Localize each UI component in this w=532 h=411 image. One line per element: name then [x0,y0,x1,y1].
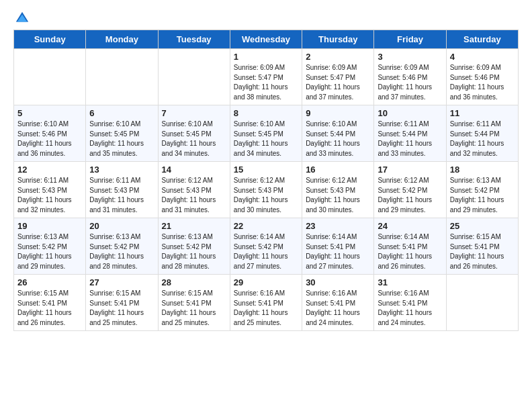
day-number: 15 [234,165,298,175]
day-number: 7 [162,108,226,118]
calendar-cell: 11Sunrise: 6:11 AMSunset: 5:44 PMDayligh… [446,105,518,162]
calendar-cell: 14Sunrise: 6:12 AMSunset: 5:43 PMDayligh… [158,162,230,218]
calendar-cell: 1Sunrise: 6:09 AMSunset: 5:47 PMDaylight… [230,49,302,105]
day-number: 14 [162,165,226,175]
calendar-cell: 22Sunrise: 6:14 AMSunset: 5:42 PMDayligh… [230,218,302,275]
calendar-cell: 16Sunrise: 6:12 AMSunset: 5:43 PMDayligh… [302,162,374,218]
day-number: 22 [234,221,298,231]
calendar-cell: 4Sunrise: 6:09 AMSunset: 5:46 PMDaylight… [446,49,518,105]
calendar-cell: 3Sunrise: 6:09 AMSunset: 5:46 PMDaylight… [374,49,446,105]
day-info: Sunrise: 6:13 AMSunset: 5:42 PMDaylight:… [450,176,515,215]
day-info: Sunrise: 6:16 AMSunset: 5:41 PMDaylight:… [234,289,298,328]
calendar-cell: 21Sunrise: 6:13 AMSunset: 5:42 PMDayligh… [158,218,230,275]
day-number: 27 [89,277,154,287]
day-number: 10 [378,108,442,118]
day-info: Sunrise: 6:11 AMSunset: 5:44 PMDaylight:… [378,120,442,158]
logo [13,11,30,23]
day-info: Sunrise: 6:09 AMSunset: 5:46 PMDaylight:… [378,63,442,102]
day-number: 13 [89,165,154,175]
calendar-cell: 5Sunrise: 6:10 AMSunset: 5:46 PMDaylight… [14,105,86,162]
day-number: 18 [450,165,515,175]
day-info: Sunrise: 6:14 AMSunset: 5:41 PMDaylight:… [306,232,370,271]
day-info: Sunrise: 6:12 AMSunset: 5:43 PMDaylight:… [162,176,226,215]
calendar-cell: 15Sunrise: 6:12 AMSunset: 5:43 PMDayligh… [230,162,302,218]
logo-icon [15,11,30,26]
day-info: Sunrise: 6:10 AMSunset: 5:46 PMDaylight:… [17,120,82,158]
calendar-cell [158,49,230,105]
calendar-cell: 24Sunrise: 6:14 AMSunset: 5:41 PMDayligh… [374,218,446,275]
calendar-week-row: 26Sunrise: 6:15 AMSunset: 5:41 PMDayligh… [14,275,519,331]
day-info: Sunrise: 6:11 AMSunset: 5:43 PMDaylight:… [89,176,154,215]
calendar-cell: 25Sunrise: 6:15 AMSunset: 5:41 PMDayligh… [446,218,518,275]
day-info: Sunrise: 6:12 AMSunset: 5:43 PMDaylight:… [306,176,370,215]
calendar-day-header: Monday [86,30,158,49]
day-info: Sunrise: 6:10 AMSunset: 5:44 PMDaylight:… [306,120,370,158]
day-number: 31 [378,277,442,287]
day-number: 3 [378,52,442,62]
day-info: Sunrise: 6:10 AMSunset: 5:45 PMDaylight:… [234,120,298,158]
calendar-day-header: Sunday [14,30,86,49]
day-number: 30 [306,277,370,287]
calendar-cell [14,49,86,105]
calendar-day-header: Tuesday [158,30,230,49]
calendar-cell: 17Sunrise: 6:12 AMSunset: 5:42 PMDayligh… [374,162,446,218]
calendar-cell: 30Sunrise: 6:16 AMSunset: 5:41 PMDayligh… [302,275,374,331]
calendar-day-header: Saturday [446,30,518,49]
calendar-day-header: Friday [374,30,446,49]
calendar-cell: 10Sunrise: 6:11 AMSunset: 5:44 PMDayligh… [374,105,446,162]
day-number: 2 [306,52,370,62]
calendar-cell: 6Sunrise: 6:10 AMSunset: 5:45 PMDaylight… [86,105,158,162]
day-info: Sunrise: 6:10 AMSunset: 5:45 PMDaylight:… [162,120,226,158]
calendar-day-header: Thursday [302,30,374,49]
calendar-week-row: 19Sunrise: 6:13 AMSunset: 5:42 PMDayligh… [14,218,519,275]
day-number: 8 [234,108,298,118]
calendar-week-row: 5Sunrise: 6:10 AMSunset: 5:46 PMDaylight… [14,105,519,162]
calendar-day-header: Wednesday [230,30,302,49]
day-info: Sunrise: 6:13 AMSunset: 5:42 PMDaylight:… [162,232,226,271]
day-info: Sunrise: 6:13 AMSunset: 5:42 PMDaylight:… [89,232,154,271]
day-number: 16 [306,165,370,175]
calendar-cell: 2Sunrise: 6:09 AMSunset: 5:47 PMDaylight… [302,49,374,105]
day-info: Sunrise: 6:13 AMSunset: 5:42 PMDaylight:… [17,232,82,271]
header [13,11,519,23]
calendar-cell [446,275,518,331]
day-info: Sunrise: 6:12 AMSunset: 5:42 PMDaylight:… [378,176,442,215]
day-info: Sunrise: 6:09 AMSunset: 5:47 PMDaylight:… [234,63,298,102]
calendar-cell: 19Sunrise: 6:13 AMSunset: 5:42 PMDayligh… [14,218,86,275]
day-number: 6 [89,108,154,118]
day-number: 17 [378,165,442,175]
calendar-cell: 26Sunrise: 6:15 AMSunset: 5:41 PMDayligh… [14,275,86,331]
day-info: Sunrise: 6:11 AMSunset: 5:44 PMDaylight:… [450,120,515,158]
day-number: 25 [450,221,515,231]
day-info: Sunrise: 6:15 AMSunset: 5:41 PMDaylight:… [162,289,226,328]
calendar-cell: 18Sunrise: 6:13 AMSunset: 5:42 PMDayligh… [446,162,518,218]
day-number: 21 [162,221,226,231]
day-info: Sunrise: 6:15 AMSunset: 5:41 PMDaylight:… [17,289,82,328]
day-number: 26 [17,277,82,287]
calendar-cell: 7Sunrise: 6:10 AMSunset: 5:45 PMDaylight… [158,105,230,162]
calendar-week-row: 12Sunrise: 6:11 AMSunset: 5:43 PMDayligh… [14,162,519,218]
day-info: Sunrise: 6:14 AMSunset: 5:42 PMDaylight:… [234,232,298,271]
day-number: 28 [162,277,226,287]
page: SundayMondayTuesdayWednesdayThursdayFrid… [0,0,532,411]
calendar-cell [86,49,158,105]
calendar-cell: 31Sunrise: 6:16 AMSunset: 5:41 PMDayligh… [374,275,446,331]
day-info: Sunrise: 6:12 AMSunset: 5:43 PMDaylight:… [234,176,298,215]
day-info: Sunrise: 6:11 AMSunset: 5:43 PMDaylight:… [17,176,82,215]
day-number: 20 [89,221,154,231]
calendar-cell: 12Sunrise: 6:11 AMSunset: 5:43 PMDayligh… [14,162,86,218]
day-info: Sunrise: 6:16 AMSunset: 5:41 PMDaylight:… [306,289,370,328]
day-info: Sunrise: 6:14 AMSunset: 5:41 PMDaylight:… [378,232,442,271]
day-number: 23 [306,221,370,231]
day-number: 11 [450,108,515,118]
calendar-cell: 8Sunrise: 6:10 AMSunset: 5:45 PMDaylight… [230,105,302,162]
day-number: 29 [234,277,298,287]
day-info: Sunrise: 6:09 AMSunset: 5:47 PMDaylight:… [306,63,370,102]
calendar-cell: 23Sunrise: 6:14 AMSunset: 5:41 PMDayligh… [302,218,374,275]
day-number: 5 [17,108,82,118]
calendar-cell: 29Sunrise: 6:16 AMSunset: 5:41 PMDayligh… [230,275,302,331]
day-info: Sunrise: 6:10 AMSunset: 5:45 PMDaylight:… [89,120,154,158]
calendar-header-row: SundayMondayTuesdayWednesdayThursdayFrid… [14,30,519,49]
day-info: Sunrise: 6:09 AMSunset: 5:46 PMDaylight:… [450,63,515,102]
day-number: 19 [17,221,82,231]
